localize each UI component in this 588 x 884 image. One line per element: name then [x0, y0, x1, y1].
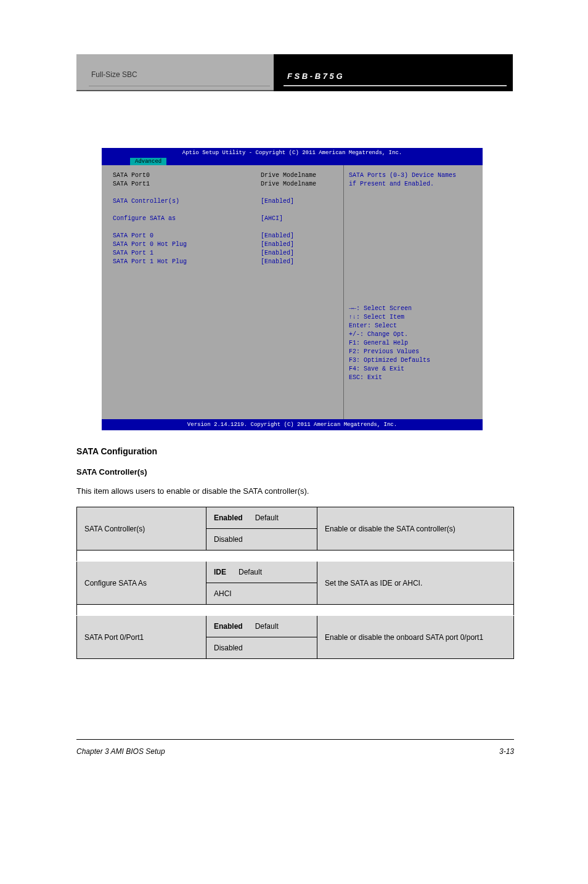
footer-right: 3-13: [499, 747, 514, 756]
option-label: SATA Port 0/Port1: [77, 616, 206, 659]
option-value: Enabled Default: [206, 507, 317, 529]
header-left: Full-Size SBC: [76, 54, 274, 91]
options-table: SATA Controller(s)Enabled DefaultEnable …: [76, 507, 514, 659]
bios-help-top: SATA Ports (0-3) Device Namesif Present …: [349, 171, 478, 189]
header-right-label: F S B - B 7 5 G: [287, 72, 343, 81]
option-description: Enable or disable the SATA controller(s): [317, 507, 514, 550]
page-body: SATA Configuration SATA Controller(s) Th…: [76, 446, 514, 659]
bios-help-keys: →←: Select Screen↑↓: Select ItemEnter: S…: [349, 305, 478, 382]
footer-rule: [76, 739, 514, 740]
bios-screenshot: Aptio Setup Utility - Copyright (C) 2011…: [102, 148, 483, 430]
page-header: Full-Size SBC F S B - B 7 5 G: [76, 54, 513, 91]
option-value: Disabled: [206, 637, 317, 659]
bios-title: Aptio Setup Utility - Copyright (C) 2011…: [102, 150, 483, 156]
header-left-label: Full-Size SBC: [91, 70, 137, 79]
option-value: Disabled: [206, 529, 317, 550]
header-right: F S B - B 7 5 G: [274, 54, 513, 91]
section-paragraph: This item allows users to enable or disa…: [76, 485, 514, 497]
bios-titlebar: Aptio Setup Utility - Copyright (C) 2011…: [102, 148, 483, 165]
bios-left-pane: SATA Port0Drive ModelnameSATA Port1Drive…: [102, 165, 343, 419]
bios-footer: Version 2.14.1219. Copyright (C) 2011 Am…: [102, 419, 483, 430]
option-label: Configure SATA As: [77, 562, 206, 605]
option-value: Enabled Default: [206, 616, 317, 637]
footer-left: Chapter 3 AMI BIOS Setup: [76, 747, 165, 756]
option-label: SATA Controller(s): [77, 507, 206, 550]
bios-tab-advanced: Advanced: [130, 158, 166, 165]
subsection-heading: SATA Controller(s): [76, 467, 514, 477]
page-footer: Chapter 3 AMI BIOS Setup 3-13: [76, 747, 514, 756]
option-value: IDE Default: [206, 562, 317, 583]
option-value: AHCI: [206, 583, 317, 605]
option-description: Set the SATA as IDE or AHCI.: [317, 562, 514, 605]
option-description: Enable or disable the onboard SATA port …: [317, 616, 514, 659]
bios-help-pane: SATA Ports (0-3) Device Namesif Present …: [343, 165, 483, 419]
section-heading: SATA Configuration: [76, 446, 514, 456]
